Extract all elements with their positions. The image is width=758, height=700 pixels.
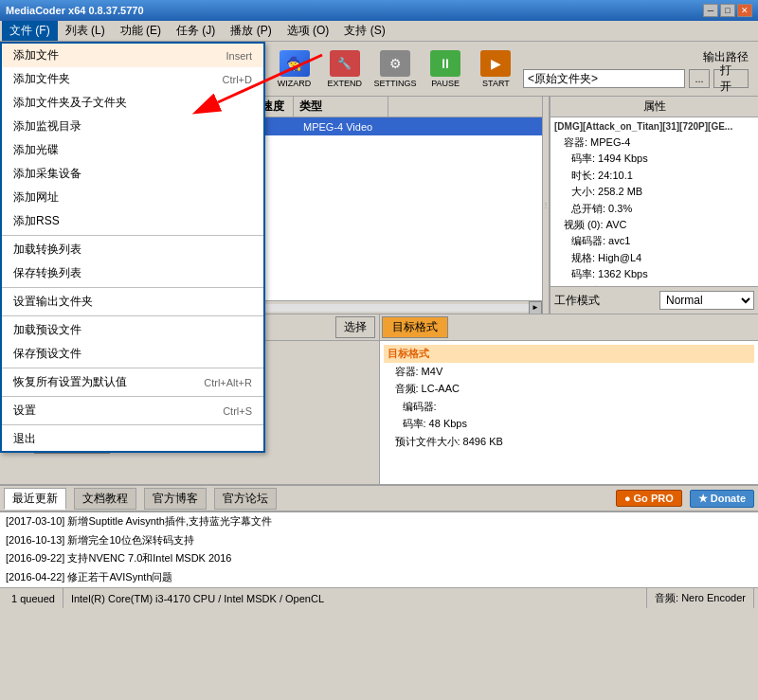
maximize-button[interactable]: □	[720, 4, 735, 17]
panel-divider[interactable]: ⋮	[542, 97, 550, 314]
news-date: [2016-09-22]	[6, 552, 64, 564]
properties-body: [DMG][Attack_on_Titan][31][720P][GE... 容…	[550, 117, 758, 286]
menu-add-disc[interactable]: 添加光碟	[2, 138, 263, 162]
app-title: MediaCoder x64 0.8.37.5770	[6, 5, 144, 16]
separator-3	[2, 315, 263, 316]
prop-line: 容器: MPEG-4	[552, 135, 756, 151]
menu-add-file[interactable]: 添加文件 Insert	[2, 44, 263, 67]
news-tab-blog[interactable]: 官方博客	[144, 488, 207, 510]
menu-settings[interactable]: 设置 Ctrl+S	[2, 399, 263, 422]
list-item[interactable]: [2016-09-22] 支持NVENC 7.0和Intel MSDK 2016	[0, 549, 758, 568]
list-item[interactable]: [2016-10-13] 新增完全10位色深转码支持	[0, 531, 758, 550]
summary-line: 目标格式	[384, 345, 755, 363]
minimize-button[interactable]: ─	[703, 4, 718, 17]
window-controls: ─ □ ✕	[703, 4, 752, 17]
output-path-row: ... 打开	[523, 69, 749, 88]
menu-load-list[interactable]: 加载转换列表	[2, 238, 263, 261]
star-icon: ★	[698, 493, 708, 505]
menu-reset[interactable]: 恢复所有设置为默认值 Ctrl+Alt+R	[2, 370, 263, 394]
menu-add-folder[interactable]: 添加文件夹 Ctrl+D	[2, 67, 263, 91]
settings-icon: ⚙	[380, 50, 410, 77]
select-label[interactable]: 选择	[335, 316, 375, 338]
menu-bar: 文件 (F) 列表 (L) 功能 (E) 任务 (J) 播放 (P) 选项 (O…	[0, 21, 758, 42]
cell-type: MPEG-4 Video	[299, 121, 394, 133]
list-item[interactable]: [2017-03-10] 新增Suptitle Avisynth插件,支持蓝光字…	[0, 512, 758, 531]
prop-line: 码率: 1494 Kbps	[552, 151, 756, 167]
summary-line: 容器: M4V	[384, 363, 755, 381]
menu-add-capture[interactable]: 添加采集设备	[2, 162, 263, 186]
menu-item-play[interactable]: 播放 (P)	[223, 21, 279, 41]
go-pro-button[interactable]: ● Go PRO	[616, 490, 682, 507]
menu-add-url[interactable]: 添加网址	[2, 186, 263, 209]
news-date: [2017-03-10]	[6, 515, 64, 527]
summary-panel: 目标格式 目标格式 容器: M4V 音频: LC-AAC 编码器: 码率: 48…	[380, 314, 759, 484]
pause-icon: ⏸	[430, 50, 460, 77]
select-button[interactable]: 选择	[335, 316, 375, 338]
news-text: 修正若干AVISynth问题	[67, 571, 172, 583]
separator-4	[2, 368, 263, 368]
news-tab-updates[interactable]: 最近更新	[4, 488, 66, 510]
menu-item-options[interactable]: 选项 (O)	[280, 21, 337, 41]
news-text: 新增Suptitle Avisynth插件,支持蓝光字幕文件	[67, 515, 272, 527]
news-tab-tutorials[interactable]: 文档教程	[74, 488, 136, 510]
news-bar: 最近更新 文档教程 官方博客 官方论坛 ● Go PRO ★ Donate	[0, 485, 758, 512]
news-text: 支持NVENC 7.0和Intel MSDK 2016	[67, 552, 231, 564]
work-mode-select[interactable]: Normal Fast Slow	[659, 291, 754, 310]
start-button[interactable]: ▶ START	[473, 45, 519, 93]
wizard-button[interactable]: 🧙 WIZARD	[271, 45, 317, 93]
open-button[interactable]: 打开	[713, 69, 749, 88]
output-path-area: 输出路径 ... 打开	[523, 49, 752, 88]
donate-button[interactable]: ★ Donate	[690, 490, 754, 508]
separator-5	[2, 396, 263, 397]
title-bar: MediaCoder x64 0.8.37.5770 ─ □ ✕	[0, 0, 758, 21]
status-cpu: Intel(R) Core(TM) i3-4170 CPU / Intel MS…	[63, 588, 647, 608]
prop-line: 时长: 24:10.1	[552, 168, 756, 184]
status-audio: 音频: Nero Encoder	[647, 588, 754, 608]
menu-add-rss[interactable]: 添加RSS	[2, 209, 263, 233]
summary-line: 码率: 48 Kbps	[384, 415, 755, 433]
separator-1	[2, 235, 263, 236]
extend-button[interactable]: 🔧 EXTEND	[321, 45, 368, 93]
news-date: [2016-04-22]	[6, 571, 64, 583]
work-mode-area: 工作模式 Normal Fast Slow	[550, 286, 758, 314]
pause-button[interactable]: ⏸ PAUSE	[423, 45, 469, 93]
prop-line: 视频 (0): AVC	[552, 217, 756, 233]
menu-item-file[interactable]: 文件 (F)	[2, 21, 58, 41]
col-type: 类型	[294, 97, 388, 117]
wizard-icon: 🧙	[280, 50, 310, 77]
news-text: 新增完全10位色深转码支持	[67, 534, 193, 546]
summary-line: 音频: LC-AAC	[384, 380, 755, 398]
prop-line: 码率: 1362 Kbps	[552, 266, 756, 282]
menu-save-list[interactable]: 保存转换列表	[2, 261, 263, 285]
menu-item-support[interactable]: 支持 (S)	[336, 21, 392, 41]
summary-body: 目标格式 容器: M4V 音频: LC-AAC 编码器: 码率: 48 Kbps…	[380, 341, 759, 484]
prop-line: 总开销: 0.3%	[552, 201, 756, 217]
properties-header: 属性	[550, 97, 758, 117]
menu-item-task[interactable]: 任务 (J)	[169, 21, 223, 41]
summary-tab-bar: 目标格式	[380, 314, 759, 341]
work-mode-label: 工作模式	[554, 293, 600, 309]
menu-save-preset[interactable]: 保存预设文件	[2, 342, 263, 366]
menu-load-preset[interactable]: 加载预设文件	[2, 318, 263, 342]
menu-exit[interactable]: 退出	[2, 427, 263, 451]
news-date: [2016-10-13]	[6, 534, 64, 546]
status-bar: 1 queued Intel(R) Core(TM) i3-4170 CPU /…	[0, 587, 758, 608]
output-path-input[interactable]	[523, 69, 685, 88]
separator-2	[2, 287, 263, 288]
browse-button[interactable]: ...	[689, 69, 711, 88]
summary-tab[interactable]: 目标格式	[382, 316, 448, 338]
prop-line: 大小: 258.2 MB	[552, 184, 756, 200]
settings-button[interactable]: ⚙ SETTINGS	[371, 45, 418, 93]
menu-add-folder-sub[interactable]: 添加文件夹及子文件夹	[2, 91, 263, 115]
menu-item-list[interactable]: 列表 (L)	[58, 21, 113, 41]
scroll-right-button[interactable]: ►	[529, 301, 542, 314]
news-tab-forum[interactable]: 官方论坛	[214, 488, 277, 510]
menu-item-function[interactable]: 功能 (E)	[113, 21, 169, 41]
file-dropdown-menu: 添加文件 Insert 添加文件夹 Ctrl+D 添加文件夹及子文件夹 添加监视…	[0, 42, 265, 453]
menu-add-watch[interactable]: 添加监视目录	[2, 115, 263, 138]
menu-set-output[interactable]: 设置输出文件夹	[2, 290, 263, 314]
close-button[interactable]: ✕	[737, 4, 752, 17]
status-queue: 1 queued	[4, 588, 63, 608]
news-list[interactable]: [2017-03-10] 新增Suptitle Avisynth插件,支持蓝光字…	[0, 512, 758, 587]
list-item[interactable]: [2016-04-22] 修正若干AVISynth问题	[0, 568, 758, 587]
